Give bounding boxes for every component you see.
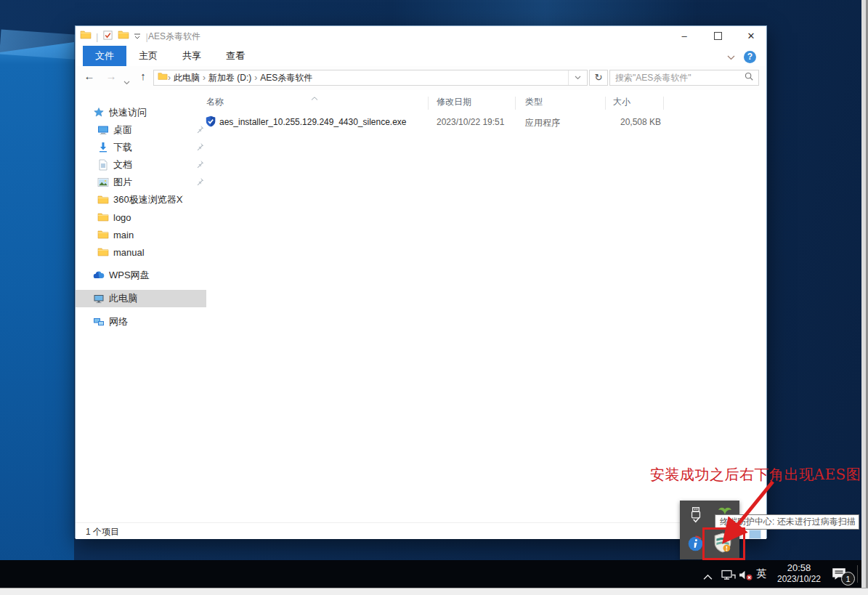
annotation-arrow: [690, 474, 784, 547]
navigation-pane: 快速访问 桌面 下载 文档: [76, 90, 189, 522]
back-button[interactable]: ←: [81, 70, 97, 82]
sidebar-item-label: 图片: [113, 176, 132, 189]
up-button[interactable]: ↑: [135, 70, 151, 82]
volume-muted-icon[interactable]: [738, 569, 753, 584]
ribbon-bar: 文件 主页 共享 查看 ?: [76, 46, 766, 67]
window-content: 快速访问 桌面 下载 文档: [76, 90, 766, 522]
sidebar-item-label: WPS网盘: [109, 269, 150, 282]
breadcrumb-drive-d[interactable]: 新加卷 (D:): [206, 72, 254, 84]
folder-icon: [97, 194, 109, 206]
sidebar-item-label: main: [113, 230, 134, 240]
tab-home[interactable]: 主页: [126, 46, 170, 66]
documents-icon: [97, 159, 109, 171]
ribbon-right-controls: ?: [727, 50, 756, 63]
screen-edge-bottom: [0, 588, 868, 595]
column-separator[interactable]: [663, 97, 664, 110]
maximize-button[interactable]: [701, 26, 734, 46]
search-icon[interactable]: [744, 71, 758, 84]
screen-edge-right: [861, 0, 868, 595]
quick-access-toolbar: | |: [80, 29, 148, 44]
qat-newfolder-icon[interactable]: [118, 29, 129, 44]
minimize-button[interactable]: –: [668, 26, 701, 46]
tab-view[interactable]: 查看: [214, 46, 257, 66]
forward-button[interactable]: →: [103, 70, 119, 82]
sidebar-item-wps-cloud[interactable]: WPS网盘: [76, 267, 206, 284]
file-list-pane: 名称 修改日期 类型 大小 aes_installer_10.255.129.2…: [189, 90, 766, 522]
folder-icon: [97, 229, 109, 240]
qat-separator: |: [96, 31, 98, 42]
folder-icon: [97, 211, 109, 223]
sidebar-item-label: 快速访问: [109, 106, 147, 119]
column-header-date-modified[interactable]: 修改日期: [437, 96, 471, 108]
ribbon-tabs: 文件 主页 共享 查看: [83, 46, 257, 66]
recent-locations-chevron-icon[interactable]: [123, 75, 130, 88]
column-header-size[interactable]: 大小: [613, 96, 630, 108]
address-folder-icon: [158, 71, 168, 84]
taskbar-clock[interactable]: 20:58 2023/10/22: [771, 562, 827, 585]
tray-expand-chevron-icon[interactable]: [703, 570, 713, 583]
qat-properties-icon[interactable]: [102, 30, 113, 44]
refresh-button[interactable]: ↻: [589, 70, 608, 86]
tab-file[interactable]: 文件: [83, 46, 126, 66]
pictures-icon: [97, 177, 109, 188]
title-bar[interactable]: | | AES杀毒软件 – ✕: [76, 26, 766, 46]
address-bar-row: ← → ↑ › 此电脑 › 新加卷 (D:) › AES杀毒软件 ↻: [76, 66, 766, 91]
sort-ascending-icon: [311, 90, 318, 103]
column-header-name[interactable]: 名称: [206, 96, 224, 108]
wps-cloud-icon: [93, 270, 105, 281]
sidebar-item-label: 下载: [113, 141, 132, 154]
network-icon: [93, 316, 105, 328]
sidebar-item-label: 360极速浏览器X下载: [113, 193, 183, 206]
ribbon-collapse-chevron-icon[interactable]: [727, 50, 735, 63]
input-language-indicator[interactable]: 英: [756, 567, 766, 580]
column-separator[interactable]: [515, 97, 516, 110]
wallpaper-streak: [392, 0, 697, 29]
item-count: 1 个项目: [86, 526, 119, 538]
file-size: 20,508 KB: [603, 117, 661, 127]
sidebar-item-label: 文档: [113, 158, 132, 171]
sidebar-item-quick-access[interactable]: 快速访问: [76, 104, 206, 121]
search-input[interactable]: [610, 73, 744, 83]
column-header-type[interactable]: 类型: [525, 96, 543, 108]
this-pc-icon: [93, 293, 105, 304]
quick-access-star-icon: [93, 107, 105, 118]
breadcrumb-this-pc[interactable]: 此电脑: [171, 72, 203, 84]
status-bar: 1 个项目: [76, 522, 766, 539]
sidebar-item-label: 桌面: [113, 124, 132, 137]
search-box[interactable]: [609, 70, 759, 86]
sidebar-item-label: manual: [113, 247, 145, 258]
clock-date: 2023/10/22: [771, 574, 827, 585]
network-tray-icon[interactable]: [721, 569, 737, 584]
clock-time: 20:58: [771, 562, 827, 574]
tab-share[interactable]: 共享: [170, 46, 214, 66]
column-separator[interactable]: [605, 97, 606, 110]
breadcrumb-current-folder[interactable]: AES杀毒软件: [257, 72, 315, 84]
explorer-folder-icon: [80, 29, 92, 44]
window-title: AES杀毒软件: [148, 31, 200, 43]
wallpaper-beam: [0, 42, 74, 595]
qat-customize-chevron-icon[interactable]: [134, 30, 141, 43]
file-date-modified: 2023/10/22 19:51: [437, 117, 504, 127]
sidebar-item-this-pc[interactable]: 此电脑: [76, 290, 206, 307]
close-button[interactable]: ✕: [734, 26, 768, 46]
sidebar-item-label: logo: [113, 212, 131, 223]
notification-count-badge: 1: [841, 572, 855, 586]
downloads-icon: [97, 142, 109, 153]
folder-icon: [97, 246, 109, 258]
screen: | | AES杀毒软件 – ✕ 文件 主页 共享: [0, 0, 868, 595]
address-dropdown-chevron-icon[interactable]: [568, 70, 587, 85]
help-icon[interactable]: ?: [744, 51, 756, 63]
taskbar[interactable]: 英 20:58 2023/10/22 1: [0, 560, 861, 588]
address-bar[interactable]: › 此电脑 › 新加卷 (D:) › AES杀毒软件: [153, 70, 588, 86]
shield-file-icon: [205, 116, 216, 130]
file-row[interactable]: aes_installer_10.255.129.249_4430_silenc…: [196, 114, 763, 131]
sidebar-item-network[interactable]: 网络: [76, 313, 206, 331]
desktop-icon: [97, 124, 109, 136]
file-type: 应用程序: [525, 117, 560, 129]
explorer-window: | | AES杀毒软件 – ✕ 文件 主页 共享: [75, 25, 767, 538]
show-desktop-separator[interactable]: [857, 565, 858, 583]
sidebar-item-label: 网络: [109, 315, 128, 328]
column-separator[interactable]: [428, 97, 429, 110]
file-name[interactable]: aes_installer_10.255.129.249_4430_silenc…: [219, 117, 407, 127]
sidebar-item-label: 此电脑: [109, 292, 137, 305]
